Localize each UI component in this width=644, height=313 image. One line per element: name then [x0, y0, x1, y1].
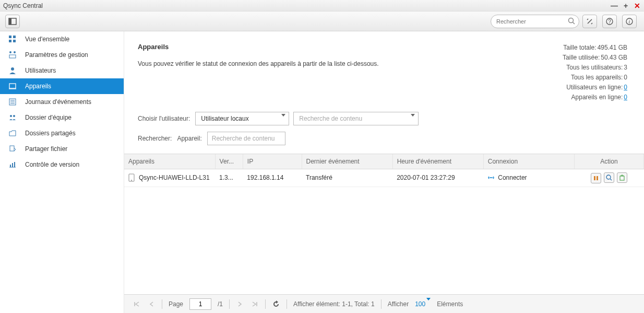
refresh-button[interactable]	[272, 300, 280, 308]
stat-all-devices-label: Tous les appareils:	[571, 73, 623, 83]
sidebar-item-versioncontrol[interactable]: Contrôle de version	[0, 157, 124, 172]
svg-rect-14	[9, 55, 16, 58]
sidebar-item-label: Appareils	[25, 83, 51, 90]
sidebar-item-label: Journaux d'événements	[25, 98, 91, 106]
stat-devices-online-link[interactable]: 0	[624, 92, 627, 102]
stat-all-users-label: Tous les utilisateurs:	[566, 63, 623, 73]
device-ip: 192.168.1.14	[243, 169, 302, 187]
search-label: Rechercher:	[138, 135, 172, 142]
svg-point-22	[10, 115, 12, 117]
sidebar-item-label: Dossier d'équipe	[25, 114, 71, 121]
device-version: 1.3...	[215, 169, 243, 187]
page-prev-button[interactable]	[147, 300, 156, 308]
stat-all-devices-value: 0	[624, 73, 627, 83]
col-last-event[interactable]: Dernier événement	[302, 154, 392, 169]
stat-total-size-label: Taille totale:	[563, 43, 596, 53]
svg-rect-16	[9, 84, 16, 88]
col-ip[interactable]: IP	[243, 154, 302, 169]
tools-button[interactable]	[582, 15, 597, 28]
svg-rect-26	[10, 165, 11, 167]
page-first-button[interactable]	[133, 300, 141, 308]
svg-point-33	[606, 175, 611, 179]
stat-users-online-label: Utilisateurs en ligne:	[566, 83, 623, 92]
choose-user-label: Choisir l'utilisateur:	[138, 115, 190, 122]
svg-point-23	[13, 115, 15, 117]
device-name: Qsync-HUAWEI-LLD-L31	[139, 174, 210, 181]
showing-label: Afficher élément: 1-1, Total: 1	[293, 300, 375, 308]
window-close-icon[interactable]: ✕	[634, 2, 641, 9]
page-number-input[interactable]	[189, 298, 211, 310]
stat-all-users-value: 3	[624, 63, 627, 73]
table-row[interactable]: Qsync-HUAWEI-LLD-L31 1.3... 192.168.1.14…	[124, 169, 644, 187]
user-select[interactable]: Utilisateur locaux	[195, 112, 289, 125]
sidebar-item-label: Paramètres de gestion	[25, 51, 88, 59]
chevron-down-icon	[281, 117, 285, 124]
eventlogs-icon	[7, 97, 18, 107]
sidebar-item-sharefile[interactable]: Partager fichier	[0, 141, 124, 157]
col-action[interactable]: Action	[574, 154, 643, 169]
col-version[interactable]: Ver...	[215, 154, 243, 169]
stat-total-size-value: 495.41 GB	[598, 43, 627, 53]
sidebar-item-devices[interactable]: Appareils	[0, 78, 124, 94]
action-details-button[interactable]	[604, 172, 614, 183]
svg-rect-32	[597, 176, 598, 180]
chevron-down-icon	[411, 117, 415, 124]
sharedfolders-icon	[7, 128, 18, 138]
col-device[interactable]: Appareils	[124, 154, 215, 169]
svg-rect-11	[13, 40, 16, 42]
action-pause-button[interactable]	[591, 173, 601, 183]
svg-rect-1	[9, 18, 11, 25]
stat-used-size-label: Taille utilisée:	[563, 53, 600, 63]
link-icon	[487, 174, 495, 181]
stat-users-online-link[interactable]: 0	[624, 83, 627, 92]
sidebar-item-label: Partager fichier	[25, 145, 67, 153]
stat-used-size-value: 50.43 GB	[601, 53, 627, 63]
window-title: Qsync Central	[3, 2, 611, 9]
svg-rect-35	[620, 176, 624, 180]
svg-line-3	[573, 22, 575, 24]
sidebar-item-overview[interactable]: Vue d'ensemble	[0, 31, 124, 47]
page-description: Vous pouvez vérifier le statut de connex…	[138, 60, 563, 67]
global-search-input[interactable]	[491, 15, 579, 28]
window-minimize-icon[interactable]: —	[611, 2, 618, 9]
device-event-time: 2020-07-01 23:27:29	[392, 169, 483, 187]
content-search-placeholder: Recherche de contenu	[299, 115, 362, 122]
sidebar-item-users[interactable]: Utilisateurs	[0, 63, 124, 78]
page-total: /1	[218, 300, 223, 308]
page-last-button[interactable]	[251, 300, 259, 308]
page-label: Page	[169, 300, 183, 308]
svg-rect-28	[14, 162, 15, 167]
stat-devices-online-label: Appareils en ligne:	[571, 92, 623, 102]
svg-text:i: i	[629, 19, 630, 25]
sidebar-item-sharedfolders[interactable]: Dossiers partagés	[0, 125, 124, 141]
action-delete-button[interactable]	[617, 172, 627, 183]
device-search-input[interactable]	[207, 132, 285, 145]
page-title: Appareils	[138, 43, 563, 51]
devices-icon	[7, 81, 18, 91]
sidebar-item-label: Vue d'ensemble	[25, 36, 69, 43]
versioncontrol-icon	[7, 159, 18, 170]
users-icon	[7, 65, 18, 76]
content-search-select[interactable]: Recherche de contenu	[293, 112, 419, 125]
info-button[interactable]: i	[622, 15, 637, 28]
svg-point-2	[569, 18, 574, 22]
detach-window-button[interactable]	[5, 15, 20, 28]
user-select-value: Utilisateur locaux	[201, 115, 248, 122]
page-size-value: 100	[415, 300, 425, 308]
svg-point-13	[14, 51, 16, 53]
device-last-event: Transféré	[302, 169, 392, 187]
svg-point-30	[131, 180, 132, 181]
sidebar-item-teamfolder[interactable]: Dossier d'équipe	[0, 110, 124, 125]
device-label: Appareil:	[177, 135, 201, 142]
col-event-time[interactable]: Heure d'événement	[392, 154, 483, 169]
svg-line-34	[610, 179, 612, 180]
page-size-select[interactable]: 100	[415, 300, 431, 308]
sidebar-item-eventlogs[interactable]: Journaux d'événements	[0, 94, 124, 110]
mobile-device-icon	[128, 173, 135, 182]
help-button[interactable]: ?	[602, 15, 617, 28]
col-connection[interactable]: Connexion	[483, 154, 574, 169]
window-maximize-icon[interactable]: +	[622, 2, 629, 9]
search-icon	[568, 17, 575, 25]
sidebar-item-management[interactable]: Paramètres de gestion	[0, 47, 124, 63]
page-next-button[interactable]	[236, 300, 244, 308]
